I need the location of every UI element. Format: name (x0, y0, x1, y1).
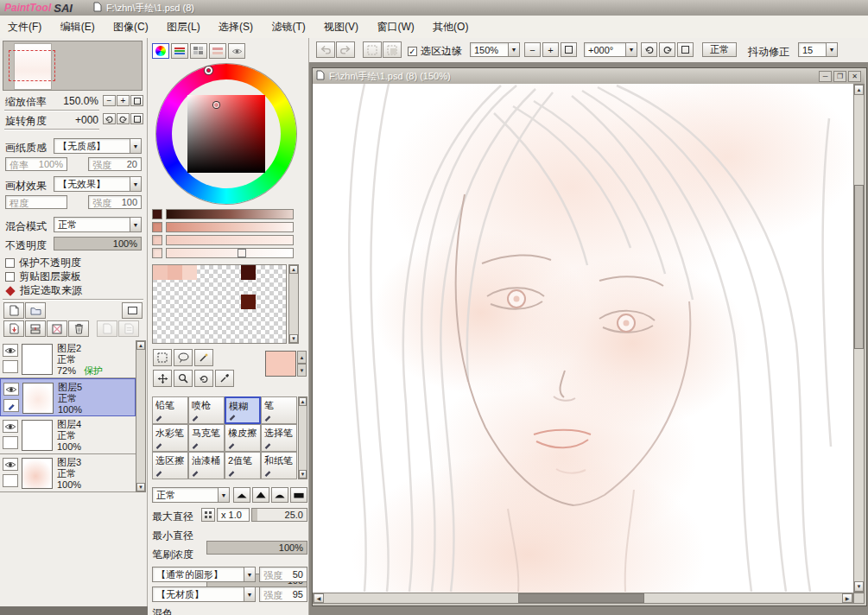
tool-bucket[interactable]: 油漆桶 (188, 452, 225, 479)
menu-view[interactable]: 视图(V) (316, 16, 366, 39)
tool-airbrush[interactable]: 喷枪 (188, 396, 225, 424)
chevron-down-icon[interactable]: ▼ (130, 218, 141, 231)
canvas-vscrollbar[interactable]: ▲ ▼ (853, 84, 865, 593)
swatch-spin-up-icon[interactable]: ▲ (297, 351, 307, 364)
canvas-hscrollbar[interactable]: ◀ ▶ (313, 593, 853, 604)
brush-texture-select[interactable]: 【无材质】 ▼ (152, 586, 256, 602)
checkbox-icon[interactable] (5, 258, 15, 268)
foreground-color-swatch[interactable] (265, 351, 296, 377)
canvas-viewport[interactable] (313, 84, 853, 593)
texture-strength-field[interactable]: 强度 95 (259, 586, 307, 602)
brush-edge-round-button[interactable] (271, 487, 288, 503)
chevron-down-icon[interactable]: ▼ (244, 567, 255, 581)
min-diameter-slider[interactable]: 100% (206, 541, 307, 555)
tool-binary-pen[interactable]: 2值笔 (225, 452, 261, 479)
cut-layer-button[interactable] (97, 320, 117, 337)
chevron-down-icon[interactable]: ▼ (244, 587, 255, 601)
swatch-spin-down-icon[interactable]: ▼ (297, 364, 307, 377)
diameter-unit-field[interactable]: x 1.0 (217, 508, 250, 522)
view-rotate-reset-button[interactable] (677, 42, 694, 57)
marquee-tool-icon[interactable] (153, 349, 172, 366)
new-folder-button[interactable] (25, 302, 46, 319)
scroll-down-icon[interactable]: ▼ (299, 470, 307, 479)
canvas-window-titlebar[interactable]: F:\zhn\手绘\1.psd (8) (150%) ─ ❐ ✕ (313, 68, 865, 84)
layer-link-box[interactable] (3, 474, 18, 487)
rotate-reset-button[interactable] (130, 113, 143, 124)
visibility-toggle[interactable] (3, 458, 18, 471)
brush-shape-select[interactable]: 【通常的圆形】 ▼ (152, 567, 256, 582)
layer-row-5[interactable]: 图层5 正常 100% (0, 378, 136, 416)
scroll-up-icon[interactable]: ▲ (289, 265, 298, 274)
navigator-view-rect[interactable] (9, 50, 55, 81)
menu-layer[interactable]: 图层(L) (159, 16, 208, 39)
tool-blur[interactable]: 模糊 (225, 396, 261, 424)
new-layer-button[interactable] (3, 302, 24, 319)
tab-color-wheel[interactable] (152, 43, 169, 59)
normal-mode-button[interactable]: 正常 (702, 42, 737, 57)
eyedropper-tool-icon[interactable] (215, 370, 234, 387)
chevron-down-icon[interactable]: ▼ (625, 43, 637, 56)
paper-rate-field[interactable]: 倍率 100% (5, 157, 67, 171)
tool-paper-pen[interactable]: 和纸笔 (261, 452, 297, 479)
scroll-up-icon[interactable]: ▲ (854, 85, 864, 95)
shape-strength-field[interactable]: 强度 50 (259, 567, 307, 582)
color-wheel[interactable] (156, 64, 296, 204)
layer-link-box[interactable] (3, 360, 18, 373)
close-button[interactable]: ✕ (848, 71, 861, 82)
chevron-down-icon[interactable]: ▼ (130, 139, 141, 153)
sv-marker[interactable] (213, 102, 219, 108)
tab-swatches[interactable] (190, 43, 207, 59)
chevron-down-icon[interactable]: ▼ (508, 43, 519, 56)
paper-strength-field[interactable]: 强度 20 (88, 157, 142, 171)
layer-mask-button[interactable] (122, 302, 143, 319)
tab-color-mixer[interactable] (209, 43, 226, 59)
scroll-up-icon[interactable]: ▲ (136, 341, 145, 350)
scroll-down-icon[interactable]: ▼ (289, 334, 298, 343)
rotate-ccw-button[interactable] (103, 113, 116, 124)
tool-pen[interactable]: 笔 (261, 396, 297, 424)
redo-button[interactable] (336, 41, 355, 58)
stabilizer-select[interactable]: 15 ▼ (798, 42, 838, 57)
swatch[interactable] (241, 265, 256, 280)
clipping-group-check[interactable]: 剪贴图层蒙板 (5, 269, 81, 284)
menu-edit[interactable]: 编辑(E) (53, 16, 103, 39)
layer-row-4[interactable]: 图层4 正常 100% (0, 416, 136, 454)
deselect-button[interactable] (363, 41, 382, 58)
tool-watercolor[interactable]: 水彩笔 (152, 424, 188, 452)
selection-edge-check[interactable]: ✓ 选区边缘 (408, 44, 462, 59)
swatch-palette[interactable] (152, 264, 287, 344)
visibility-toggle[interactable] (3, 420, 18, 433)
scroll-down-icon[interactable]: ▼ (136, 483, 145, 491)
rotate-view-tool-icon[interactable] (194, 370, 213, 387)
scroll-down-icon[interactable]: ▼ (854, 581, 864, 592)
selection-source-icon[interactable] (5, 286, 15, 295)
menu-select[interactable]: 选择(S) (211, 16, 261, 39)
navigator-preview[interactable] (3, 41, 143, 91)
layer-opacity-slider[interactable]: 100% (54, 237, 142, 250)
brush-edge-hard-button[interactable] (252, 487, 269, 503)
tool-select-pen[interactable]: 选择笔 (261, 424, 297, 452)
view-rotate-ccw-button[interactable] (641, 42, 657, 57)
material-strength-field[interactable]: 强度 100 (88, 195, 142, 209)
mixer-slider-2[interactable] (166, 222, 294, 232)
zoom-tool-icon[interactable] (174, 370, 193, 387)
selection-source-check[interactable]: 指定选取来源 (5, 283, 82, 298)
magic-wand-tool-icon[interactable] (194, 349, 213, 366)
view-zoom-out-button[interactable]: − (524, 42, 541, 57)
zoom-level-select[interactable]: 150% ▼ (470, 42, 520, 57)
tool-marker[interactable]: 马克笔 (188, 424, 225, 452)
visibility-toggle[interactable] (3, 383, 19, 396)
chevron-down-icon[interactable]: ▼ (826, 43, 837, 56)
tab-scratchpad[interactable] (228, 43, 245, 59)
view-angle-select[interactable]: +000° ▼ (584, 42, 637, 57)
menu-filter[interactable]: 滤镜(T) (263, 16, 313, 39)
nav-rotate-slider[interactable] (4, 129, 99, 130)
chevron-down-icon[interactable]: ▼ (218, 488, 229, 502)
chevron-down-icon[interactable]: ▼ (130, 177, 141, 191)
sv-square[interactable] (187, 95, 265, 173)
swatch[interactable] (153, 265, 168, 280)
delete-layer-button[interactable] (68, 320, 89, 337)
tool-eraser[interactable]: 橡皮擦 (225, 424, 261, 452)
tool-grid-scrollbar[interactable]: ▲ ▼ (298, 396, 307, 479)
view-rotate-cw-button[interactable] (659, 42, 675, 57)
